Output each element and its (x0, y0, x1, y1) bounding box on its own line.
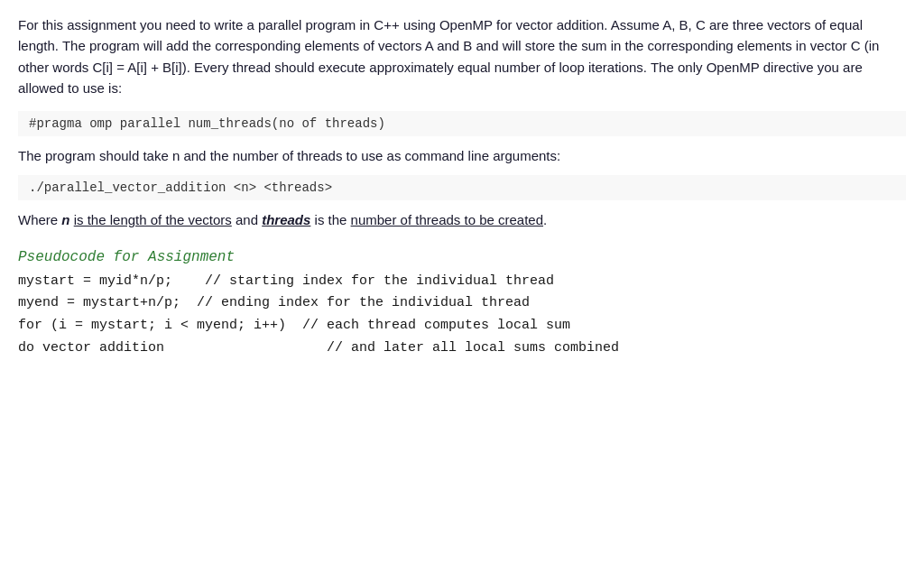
pragma-code-block: #pragma omp parallel num_threads(no of t… (18, 111, 906, 136)
pragma-code-text: #pragma omp parallel num_threads(no of t… (29, 116, 385, 131)
pseudocode-line-1: mystart = myid*n/p; // starting index fo… (18, 271, 906, 293)
pseudocode-lines: mystart = myid*n/p; // starting index fo… (18, 271, 906, 360)
command-code-block: ./parallel_vector_addition <n> <threads> (18, 175, 906, 200)
page-container: For this assignment you need to write a … (0, 0, 924, 564)
where-and: and (236, 212, 262, 227)
pseudocode-section: Pseudocode for Assignment mystart = myid… (18, 249, 906, 360)
pseudocode-line-2: myend = mystart+n/p; // ending index for… (18, 292, 906, 315)
instruction-paragraph: The program should take n and the number… (18, 145, 906, 166)
where-period: . (543, 212, 547, 227)
where-prefix: Where (18, 212, 61, 227)
pseudocode-line-3-code: for (i = mystart; i < myend; i++) // eac… (18, 315, 570, 337)
where-threads: threads (262, 212, 310, 227)
pseudocode-line-4: do vector addition // and later all loca… (18, 337, 906, 360)
pseudocode-title: Pseudocode for Assignment (18, 249, 906, 265)
where-threads-desc: number of threads to be created (351, 212, 543, 227)
where-paragraph: Where n is the length of the vectors and… (18, 209, 906, 230)
where-n: n (61, 212, 69, 227)
pseudocode-line-2-code: myend = mystart+n/p; // ending index for… (18, 292, 530, 315)
where-n-desc: is the length of the vectors (74, 212, 232, 227)
pseudocode-line-4-code: do vector addition // and later all loca… (18, 337, 619, 360)
where-threads-prefix: is the (315, 212, 351, 227)
pseudocode-line-1-code: mystart = myid*n/p; // starting index fo… (18, 271, 554, 293)
description-paragraph: For this assignment you need to write a … (18, 14, 906, 98)
command-code-text: ./parallel_vector_addition <n> <threads> (29, 180, 332, 195)
pseudocode-line-3: for (i = mystart; i < myend; i++) // eac… (18, 315, 906, 337)
